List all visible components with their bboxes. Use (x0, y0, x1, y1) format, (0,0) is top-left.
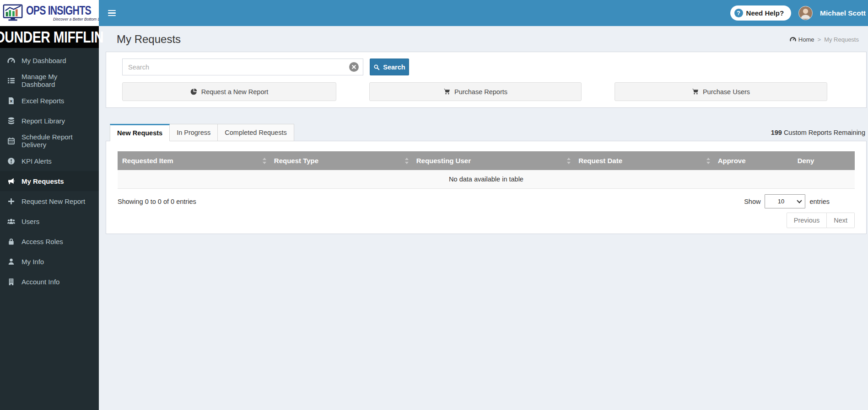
pie-chart-icon (190, 88, 197, 95)
topbar: ? Need Help? Michael Scott (99, 0, 868, 26)
sidebar-item-my-dashboard[interactable]: My Dashboard (0, 50, 99, 70)
search-input[interactable] (122, 59, 363, 75)
users-icon (7, 217, 15, 225)
sidebar-item-my-info[interactable]: My Info (0, 251, 99, 272)
page-title: My Requests (117, 33, 181, 46)
column-header-requesting-user[interactable]: Requesting User (412, 151, 574, 170)
column-header-approve: Approve (713, 151, 793, 170)
show-label: Show (744, 198, 760, 205)
requests-table: Requested Item Request Type Requesting U… (118, 151, 855, 189)
requests-tabs: New Requests In Progress Completed Reque… (106, 124, 867, 141)
sort-icon (263, 158, 267, 164)
sidebar-item-label: Excel Reports (22, 97, 64, 105)
requests-table-panel: Requested Item Request Type Requesting U… (106, 141, 867, 234)
list-icon (7, 76, 15, 85)
lock-icon (7, 237, 15, 245)
user-avatar[interactable] (798, 6, 813, 20)
sidebar-toggle-hamburger-icon[interactable] (99, 0, 124, 26)
breadcrumb-separator: > (818, 36, 821, 43)
tab-new-requests[interactable]: New Requests (110, 124, 170, 141)
column-header-requested-item[interactable]: Requested Item (118, 151, 270, 170)
column-header-request-date[interactable]: Request Date (574, 151, 713, 170)
request-new-report-button[interactable]: Request a New Report (122, 82, 336, 101)
plus-icon (7, 197, 15, 205)
company-name-banner: DUNDER MIFFLIN (0, 26, 99, 48)
purchase-reports-button[interactable]: Purchase Reports (369, 82, 582, 101)
breadcrumb-home-link[interactable]: Home (790, 36, 814, 43)
sidebar-item-excel-reports[interactable]: x Excel Reports (0, 91, 99, 111)
app-logo[interactable]: OPS INSIGHTS Discover a Better Bottom Li… (0, 0, 99, 26)
sidebar-item-label: My Dashboard (22, 57, 66, 64)
search-icon (373, 64, 380, 70)
svg-text:x: x (10, 99, 12, 103)
chart-monitor-icon (3, 4, 24, 23)
logo-title: OPS INSIGHTS (26, 4, 91, 16)
purchase-users-button[interactable]: Purchase Users (615, 82, 827, 101)
breadcrumb: Home > My Requests (790, 36, 859, 43)
need-help-button[interactable]: ? Need Help? (730, 5, 792, 21)
previous-page-button[interactable]: Previous (787, 213, 827, 228)
table-header-row: Requested Item Request Type Requesting U… (118, 151, 855, 170)
sidebar-item-schedule-report-delivery[interactable]: Schedule Report Delivery (0, 131, 99, 151)
empty-table-row: No data available in table (118, 170, 855, 189)
logo-tagline: Discover a Better Bottom Line (53, 17, 105, 21)
sidebar-item-label: Access Roles (22, 238, 63, 245)
sidebar-item-users[interactable]: Users (0, 211, 99, 231)
bullhorn-icon (7, 177, 15, 185)
excel-file-icon: x (7, 96, 15, 105)
table-info: Showing 0 to 0 of 0 entries (118, 198, 196, 205)
sidebar-item-label: Users (22, 218, 39, 225)
building-icon (7, 277, 15, 286)
cart-icon (443, 88, 450, 95)
sidebar-item-label: My Info (22, 258, 44, 266)
gauge-icon (7, 56, 15, 64)
database-icon (7, 117, 15, 125)
sidebar-item-label: Report Library (22, 117, 65, 125)
sidebar-item-label: KPI Alerts (22, 157, 52, 165)
sidebar-item-label: My Requests (22, 177, 64, 185)
sidebar-item-label: Manage My Dashboard (22, 73, 92, 88)
custom-reports-remaining: 199 Custom Reports Remaining (771, 129, 867, 136)
breadcrumb-current: My Requests (824, 36, 859, 43)
sidebar-item-label: Schedule Report Delivery (22, 133, 92, 149)
exclamation-circle-icon (7, 157, 15, 165)
main-content: My Requests Home > My Requests (99, 26, 868, 410)
sidebar-item-request-new-report[interactable]: Request New Report (0, 191, 99, 211)
person-icon (7, 257, 15, 266)
column-header-request-type[interactable]: Request Type (270, 151, 412, 170)
search-button[interactable]: Search (370, 59, 409, 75)
sidebar-item-account-info[interactable]: Account Info (0, 272, 99, 292)
sidebar-item-kpi-alerts[interactable]: KPI Alerts (0, 151, 99, 171)
sidebar-item-report-library[interactable]: Report Library (0, 111, 99, 131)
column-header-deny: Deny (793, 151, 855, 170)
tab-in-progress[interactable]: In Progress (170, 124, 218, 141)
sort-icon (405, 158, 409, 164)
sidebar: OPS INSIGHTS Discover a Better Bottom Li… (0, 0, 99, 410)
tab-completed-requests[interactable]: Completed Requests (218, 124, 294, 141)
page-length-select[interactable]: 10 (765, 194, 805, 208)
sidebar-item-access-roles[interactable]: Access Roles (0, 231, 99, 251)
calendar-icon (7, 137, 15, 145)
next-page-button[interactable]: Next (827, 213, 855, 228)
sort-icon (706, 158, 711, 164)
user-name[interactable]: Michael Scott (820, 9, 866, 17)
pagination: Previous Next (118, 213, 855, 228)
sidebar-item-my-requests[interactable]: My Requests (0, 171, 99, 191)
question-circle-icon: ? (734, 9, 743, 17)
sidebar-item-manage-my-dashboard[interactable]: Manage My Dashboard (0, 70, 99, 91)
sidebar-item-label: Request New Report (22, 197, 85, 205)
sidebar-menu: My Dashboard Manage My Dashboard x Excel… (0, 48, 99, 292)
entries-label: entries (809, 198, 830, 205)
empty-table-message: No data available in table (118, 170, 855, 189)
gauge-icon (790, 36, 796, 43)
search-panel: Search Request a New Report Purchase Rep… (106, 52, 867, 108)
sidebar-item-label: Account Info (22, 278, 59, 286)
page-length-control: Show 10 entries (744, 194, 830, 208)
sort-icon (567, 158, 571, 164)
cart-icon (692, 88, 699, 95)
clear-search-icon[interactable] (349, 62, 359, 72)
